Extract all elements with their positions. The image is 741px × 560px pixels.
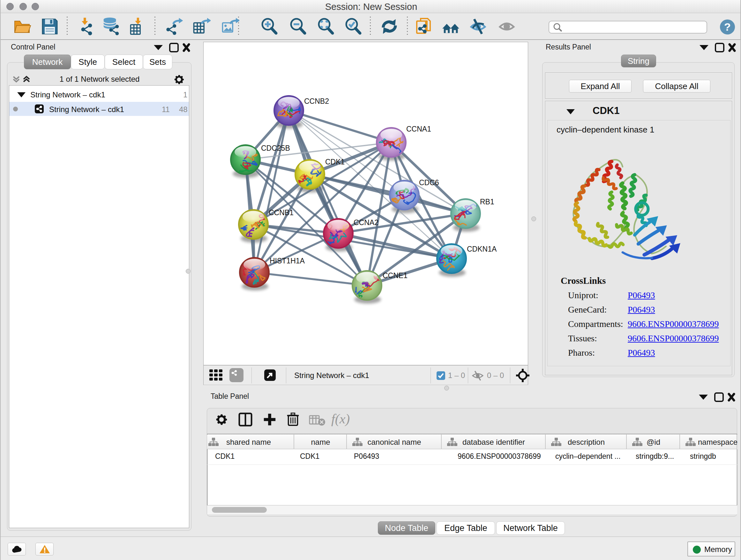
svg-text:CCNB2: CCNB2 xyxy=(304,97,329,105)
svg-text:CDC25B: CDC25B xyxy=(261,144,290,152)
svg-text:CCNA1: CCNA1 xyxy=(406,125,431,133)
svg-text:CCNB1: CCNB1 xyxy=(269,208,293,217)
svg-text:CCNE1: CCNE1 xyxy=(383,271,408,280)
svg-text:CDC6: CDC6 xyxy=(419,179,439,187)
svg-text:CCNA2: CCNA2 xyxy=(354,219,379,227)
svg-text:CDK1: CDK1 xyxy=(325,158,345,166)
svg-text:HIST1H1A: HIST1H1A xyxy=(270,257,305,265)
svg-text:RB1: RB1 xyxy=(480,198,494,206)
svg-text:CDKN1A: CDKN1A xyxy=(467,245,497,253)
